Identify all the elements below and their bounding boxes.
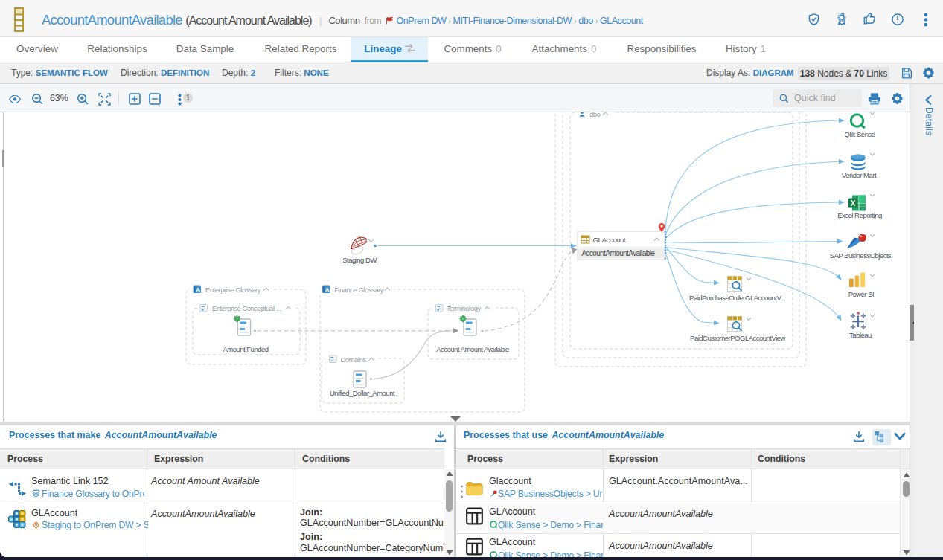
svg-text:Qlik Sense: Qlik Sense (845, 130, 875, 138)
svg-text:GLAccount: GLAccount (593, 236, 626, 244)
svg-text:Finance Glossary: Finance Glossary (334, 286, 384, 294)
svg-text:AccountAmountAvailable: AccountAmountAvailable (582, 249, 656, 257)
svg-text:Excel Reporting: Excel Reporting (837, 211, 882, 219)
svg-text:Enterprise Conceptual ...: Enterprise Conceptual ... (212, 304, 281, 312)
svg-text:X: X (851, 199, 856, 207)
svg-text:Unified_Dollar_Amount: Unified_Dollar_Amount (330, 389, 395, 397)
svg-text:SAP BusinessObjects: SAP BusinessObjects (830, 251, 892, 260)
svg-text:Terminology: Terminology (447, 304, 481, 312)
svg-text:Staging DW: Staging DW (342, 256, 377, 264)
svg-text:PaidPurchaseOrderGLAccountV...: PaidPurchaseOrderGLAccountV... (689, 294, 785, 302)
svg-text:Tableau: Tableau (849, 331, 872, 339)
svg-text:Power BI: Power BI (848, 290, 875, 298)
svg-text:Account Amount Available: Account Amount Available (436, 345, 509, 353)
svg-text:Vendor Mart: Vendor Mart (842, 171, 877, 179)
svg-text:Domains: Domains (341, 355, 367, 364)
svg-text:Enterprise Glossary: Enterprise Glossary (205, 286, 261, 294)
svg-text:PaidCustomerPOGLAccountView: PaidCustomerPOGLAccountView (690, 334, 785, 342)
svg-text:Amount Funded: Amount Funded (223, 345, 268, 353)
